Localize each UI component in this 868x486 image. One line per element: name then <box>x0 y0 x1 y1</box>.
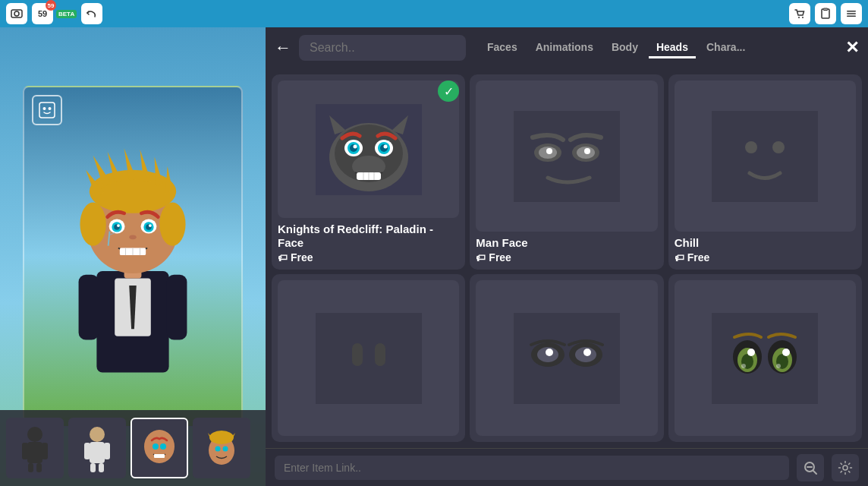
item-card-dots[interactable] <box>272 274 465 442</box>
svg-point-3 <box>802 17 804 18</box>
svg-rect-5 <box>823 8 828 11</box>
item-card-chill[interactable]: Chill 🏷 Free <box>668 74 862 270</box>
clipboard-icon[interactable] <box>815 3 836 24</box>
top-bar: 59 59 BETA <box>0 0 868 27</box>
svg-rect-47 <box>22 443 28 459</box>
item-card-paladin[interactable]: ✓ Knights of Redcliff: Paladin - Face 🏷 … <box>272 74 465 270</box>
search-input[interactable] <box>299 35 466 61</box>
screenshot-icon[interactable] <box>6 3 27 24</box>
svg-rect-56 <box>99 463 104 472</box>
svg-rect-48 <box>42 443 48 459</box>
svg-rect-50 <box>36 463 42 472</box>
svg-point-38 <box>129 235 137 239</box>
svg-rect-85 <box>514 111 620 202</box>
item-card-eyes2[interactable] <box>470 274 663 442</box>
svg-point-66 <box>223 446 228 451</box>
tab-faces[interactable]: Faces <box>480 38 525 58</box>
item-name-paladin: Knights of Redcliff: Paladin - Face <box>278 222 459 250</box>
svg-point-58 <box>153 443 159 450</box>
thumbnail-mannequin-black[interactable] <box>6 418 64 478</box>
svg-point-2 <box>798 17 800 18</box>
item-price-paladin: 🏷 Free <box>278 251 459 264</box>
svg-rect-95 <box>316 313 422 404</box>
item-image-anime <box>675 280 856 436</box>
shop-panel: ← Faces Animations Body Heads Chara... ✕ <box>266 27 868 486</box>
svg-point-65 <box>215 446 221 451</box>
item-name-man-face: Man Face <box>476 236 657 250</box>
menu-icon[interactable] <box>841 3 862 24</box>
svg-point-114 <box>741 364 746 368</box>
thumbnail-face-angry[interactable] <box>131 418 188 478</box>
tab-characters[interactable]: Chara... <box>699 38 753 58</box>
svg-point-28 <box>80 203 105 246</box>
beta-badge: BETA <box>56 10 77 18</box>
svg-point-45 <box>27 427 42 442</box>
svg-point-94 <box>772 141 785 153</box>
item-link-input[interactable] <box>275 456 789 480</box>
tab-count-badge: 59 <box>46 0 56 11</box>
item-price-man-face: 🏷 Free <box>476 251 657 264</box>
settings-button[interactable] <box>832 454 859 481</box>
zoom-out-button[interactable] <box>797 454 824 481</box>
back-button[interactable]: ← <box>275 38 291 58</box>
svg-point-59 <box>160 443 166 450</box>
svg-point-91 <box>584 148 590 154</box>
undo-icon[interactable] <box>81 3 102 24</box>
thumbnail-strip <box>0 410 266 486</box>
item-image-dots <box>278 280 459 436</box>
svg-rect-6 <box>847 11 856 12</box>
item-price-chill: 🏷 Free <box>675 251 856 264</box>
svg-point-36 <box>117 224 120 227</box>
svg-point-1 <box>14 11 19 16</box>
close-button[interactable]: ✕ <box>845 38 859 58</box>
svg-line-118 <box>813 471 816 474</box>
price-tag-icon: 🏷 <box>278 252 288 264</box>
svg-rect-49 <box>28 463 33 472</box>
svg-point-104 <box>583 349 591 356</box>
item-image-chill <box>675 80 856 232</box>
svg-rect-46 <box>27 442 42 463</box>
svg-rect-7 <box>847 13 856 14</box>
thumbnail-mannequin-white[interactable] <box>68 418 126 478</box>
svg-point-115 <box>776 364 781 368</box>
top-bar-left: 59 59 BETA <box>6 3 102 24</box>
svg-rect-105 <box>712 313 818 404</box>
svg-marker-26 <box>155 157 163 186</box>
svg-rect-98 <box>514 313 620 404</box>
svg-rect-16 <box>79 275 99 340</box>
price-tag-icon-3: 🏷 <box>675 252 684 264</box>
svg-point-62 <box>209 431 234 444</box>
svg-rect-8 <box>847 16 856 17</box>
item-name-chill: Chill <box>675 236 856 250</box>
item-card-man-face[interactable]: Man Face 🏷 Free <box>470 74 663 270</box>
tab-heads[interactable]: Heads <box>649 38 696 58</box>
svg-rect-60 <box>154 454 165 458</box>
svg-point-112 <box>747 349 755 356</box>
cart-icon[interactable] <box>789 3 810 24</box>
tabs-icon[interactable]: 59 59 <box>32 3 53 24</box>
thumbnail-face-blond[interactable] <box>193 418 250 478</box>
price-tag-icon-2: 🏷 <box>476 252 486 264</box>
tab-animations[interactable]: Animations <box>528 38 601 58</box>
tab-body[interactable]: Body <box>604 38 646 58</box>
bottom-bar <box>266 448 868 486</box>
svg-rect-55 <box>90 463 96 472</box>
svg-rect-92 <box>712 111 818 202</box>
svg-rect-97 <box>375 343 385 366</box>
svg-point-119 <box>843 465 848 470</box>
svg-point-90 <box>546 148 552 154</box>
svg-marker-27 <box>165 166 173 193</box>
item-card-anime[interactable] <box>668 274 862 442</box>
item-image-eyes2 <box>476 280 657 436</box>
svg-point-29 <box>159 203 185 246</box>
svg-point-37 <box>149 224 152 227</box>
item-image-man-face <box>476 80 657 232</box>
avatar-character <box>24 87 241 426</box>
svg-rect-96 <box>352 343 363 366</box>
avatar-panel <box>0 27 266 486</box>
svg-rect-17 <box>167 275 187 340</box>
search-bar: ← Faces Animations Body Heads Chara... ✕ <box>266 27 868 68</box>
svg-point-57 <box>144 430 175 463</box>
avatar-frame <box>23 86 243 428</box>
svg-point-93 <box>745 141 757 153</box>
